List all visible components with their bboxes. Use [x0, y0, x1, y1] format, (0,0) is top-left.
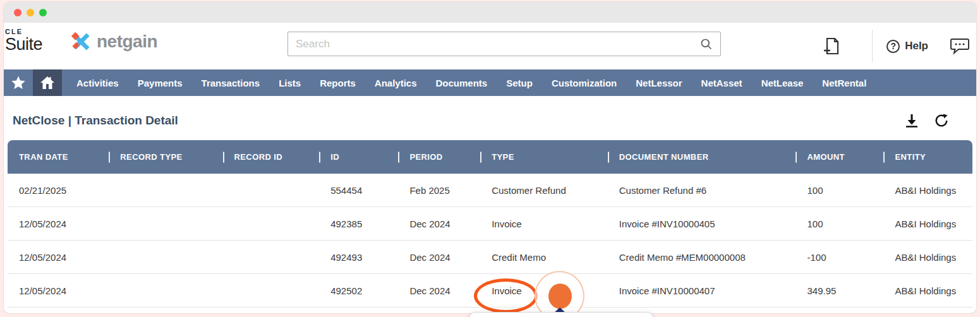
zoom-window-button[interactable] [39, 9, 47, 16]
column-separator [795, 152, 797, 162]
header-right-actions: ? Help [823, 23, 976, 69]
download-icon[interactable] [905, 114, 918, 128]
nav-item-transactions[interactable]: Transactions [192, 78, 270, 88]
header-divider [872, 30, 873, 63]
table-cell: 12/05/2024 [8, 218, 109, 229]
home-icon [40, 75, 55, 90]
refresh-icon[interactable] [935, 114, 948, 128]
global-search[interactable] [287, 32, 721, 56]
page-header-bar: NetClose | Transaction Detail [8, 96, 972, 140]
table-cell: Credit Memo [480, 252, 608, 263]
table-cell: 492493 [319, 252, 398, 263]
table-cell: 492385 [319, 218, 398, 229]
window-titlebar [4, 2, 976, 23]
main-nav: ActivitiesPaymentsTransactionsListsRepor… [4, 69, 976, 96]
search-icon [700, 38, 713, 51]
nav-item-netlease[interactable]: NetLease [752, 78, 813, 88]
table-cell: AB&I Holdings [883, 285, 972, 296]
help-button[interactable]: ? Help [886, 40, 928, 53]
nav-item-documents[interactable]: Documents [426, 78, 497, 88]
nav-menu: ActivitiesPaymentsTransactionsListsRepor… [67, 69, 876, 96]
nav-item-customization[interactable]: Customization [542, 78, 626, 88]
column-separator [398, 152, 399, 162]
table-cell: AB&I Holdings [883, 252, 972, 263]
table-cell: Invoice #INV10000407 [608, 285, 796, 296]
table-cell: Dec 2024 [398, 218, 480, 229]
column-header-id[interactable]: ID [319, 152, 398, 162]
table-row[interactable]: 12/05/2024492493Dec 2024Credit MemoCredi… [8, 241, 972, 274]
table-cell: Customer Refund #6 [608, 185, 796, 196]
column-separator [883, 152, 885, 162]
quick-add-icon[interactable] [823, 37, 839, 55]
home-button[interactable] [33, 69, 62, 96]
page-title: NetClose | Transaction Detail [13, 114, 178, 128]
table-cell: 554454 [319, 185, 398, 196]
column-header-record-type[interactable]: RECORD TYPE [109, 152, 222, 162]
table-cell: 349.95 [795, 285, 883, 296]
nav-item-lists[interactable]: Lists [269, 78, 310, 88]
help-icon: ? [886, 40, 900, 53]
table-row[interactable]: 12/05/2024492385Dec 2024InvoiceInvoice #… [8, 207, 972, 241]
table-cell: -100 [795, 252, 883, 263]
column-separator [608, 152, 609, 162]
column-separator [223, 152, 224, 162]
column-header-type[interactable]: TYPE [480, 152, 608, 162]
table-header-row: TRAN DATERECORD TYPERECORD IDIDPERIODTYP… [8, 140, 972, 174]
table-row[interactable]: 12/05/2024492502Dec 2024InvoiceInvoice #… [8, 274, 972, 308]
netsuite-logo: CLE Suite [5, 28, 42, 53]
table-cell: 492502 [319, 285, 398, 296]
table-cell: Dec 2024 [398, 285, 480, 296]
page-actions [905, 114, 948, 128]
nav-item-netrental[interactable]: NetRental [813, 78, 876, 88]
table-cell: AB&I Holdings [883, 218, 972, 229]
table-cell: Credit Memo #MEM00000008 [608, 252, 796, 263]
column-header-tran-date[interactable]: TRAN DATE [8, 152, 109, 162]
column-header-record-id[interactable]: RECORD ID [223, 152, 320, 162]
column-header-document-number[interactable]: DOCUMENT NUMBER [608, 152, 796, 162]
nav-item-payments[interactable]: Payments [128, 78, 192, 88]
table-cell: Dec 2024 [398, 252, 480, 263]
column-header-period[interactable]: PERIOD [398, 152, 480, 162]
netgain-logo-icon [71, 32, 91, 52]
table-body: 02/21/2025554454Feb 2025Customer RefundC… [8, 174, 972, 308]
feedback-chat-icon[interactable] [950, 37, 970, 56]
star-icon [11, 75, 26, 90]
page-content: NetClose | Transaction Detail TRAN DATER… [4, 96, 976, 308]
table-cell: 12/05/2024 [8, 252, 109, 263]
table-cell: Invoice [480, 285, 608, 296]
table-row[interactable]: 02/21/2025554454Feb 2025Customer RefundC… [8, 174, 972, 207]
table-cell: 100 [795, 185, 883, 196]
browser-window: CLE Suite netgain [4, 2, 976, 313]
column-separator [109, 152, 110, 162]
table-cell: Invoice [480, 218, 608, 229]
tooltip-hint-box [469, 312, 653, 317]
nav-item-activities[interactable]: Activities [67, 78, 128, 88]
netgain-logo: netgain [71, 32, 157, 52]
column-separator [319, 152, 320, 162]
nav-item-reports[interactable]: Reports [310, 78, 365, 88]
column-header-amount[interactable]: AMOUNT [795, 152, 883, 162]
table-cell: Feb 2025 [398, 185, 480, 196]
netgain-logo-text: netgain [97, 32, 157, 52]
nav-item-netlessor[interactable]: NetLessor [626, 78, 691, 88]
column-separator [480, 152, 481, 162]
table-cell: Invoice #INV10000405 [608, 218, 796, 229]
table-cell: 100 [795, 218, 883, 229]
help-label: Help [905, 40, 928, 52]
netsuite-logo-bottom-text: Suite [5, 36, 42, 53]
nav-item-analytics[interactable]: Analytics [365, 78, 426, 88]
screenshot-frame: CLE Suite netgain [0, 0, 980, 317]
favorites-star-button[interactable] [4, 69, 33, 96]
transaction-table: TRAN DATERECORD TYPERECORD IDIDPERIODTYP… [8, 140, 972, 308]
app-header: CLE Suite netgain [4, 23, 976, 69]
search-input[interactable] [296, 38, 700, 51]
minimize-window-button[interactable] [27, 9, 34, 16]
column-header-entity[interactable]: ENTITY [883, 152, 972, 162]
nav-item-netasset[interactable]: NetAsset [692, 78, 752, 88]
nav-item-setup[interactable]: Setup [497, 78, 542, 88]
table-cell: Customer Refund [480, 185, 608, 196]
close-window-button[interactable] [14, 9, 21, 16]
table-cell: 02/21/2025 [8, 185, 109, 196]
table-cell: 12/05/2024 [8, 285, 109, 296]
table-cell: AB&I Holdings [883, 185, 972, 196]
